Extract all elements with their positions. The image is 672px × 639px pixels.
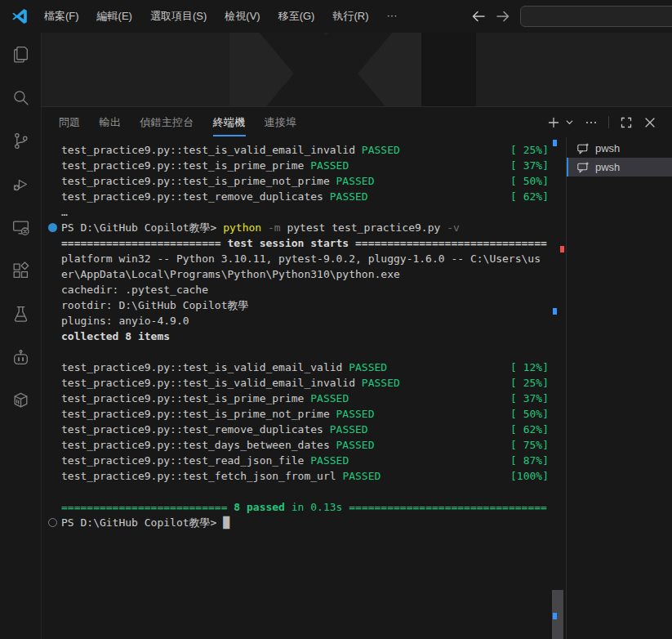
panel-actions [547, 107, 672, 137]
run-debug-icon[interactable] [0, 163, 41, 206]
panel-tab-問題[interactable]: 問題 [59, 107, 81, 137]
terminal-line: test_practice9.py::test_is_prime_not_pri… [61, 173, 549, 189]
menu-bar: 檔案(F)編輯(E)選取項目(S)檢視(V)移至(G)執行(R)··· [35, 6, 406, 27]
menu-item-0[interactable]: 檔案(F) [35, 6, 88, 27]
testing-icon[interactable] [0, 293, 41, 336]
actions-separator [608, 116, 609, 128]
terminal-line: PS D:\GitHub Copilot教學> python -m pytest… [61, 220, 549, 235]
terminal-list-item[interactable]: pwsh [567, 158, 672, 177]
extensions-icon[interactable] [0, 249, 41, 293]
nav-back-icon[interactable] [470, 7, 487, 25]
nav-forward-icon[interactable] [494, 7, 512, 25]
panel-tab-偵錯主控台[interactable]: 偵錯主控台 [140, 107, 194, 137]
overview-mark-blue [553, 140, 557, 146]
panel-tab-終端機[interactable]: 終端機 [213, 107, 246, 137]
terminal-line: test_practice9.py::test_fetch_json_from_… [61, 468, 549, 484]
terminal-line: ========================= test session s… [61, 235, 549, 251]
terminal-line: test_practice9.py::test_remove_duplicate… [61, 422, 549, 437]
containers-icon[interactable] [0, 379, 41, 422]
close-panel-icon[interactable] [643, 116, 656, 129]
menu-item-6[interactable]: ··· [377, 6, 406, 27]
terminal-list-item[interactable]: pwsh [567, 139, 672, 158]
editor-watermark-bar [421, 33, 476, 106]
terminal-line: test_practice9.py::test_read_json_file P… [61, 453, 549, 468]
terminal-list-item-label: pwsh [595, 161, 620, 173]
bottom-panel: 問題輸出偵錯主控台終端機連接埠 test_practice9.py::test_… [42, 107, 672, 639]
editor-area [42, 33, 672, 107]
terminal-chat-icon [576, 161, 590, 174]
menu-item-5[interactable]: 執行(R) [323, 6, 377, 27]
activity-bar [0, 33, 42, 639]
terminal-line [61, 344, 549, 360]
editor-watermark [229, 33, 421, 106]
terminal-line: test_practice9.py::test_is_valid_email_i… [61, 375, 549, 391]
terminal-line: … [61, 204, 549, 220]
vscode-window: 檔案(F)編輯(E)選取項目(S)檢視(V)移至(G)執行(R)··· [0, 0, 672, 639]
terminal-line: test_practice9.py::test_days_between_dat… [61, 437, 549, 453]
terminal-line: test_practice9.py::test_remove_duplicate… [61, 189, 549, 204]
remote-explorer-icon[interactable] [0, 206, 41, 249]
terminal-line: collected 8 items [61, 328, 549, 344]
menu-item-1[interactable]: 編輯(E) [88, 6, 141, 27]
terminal-line: PS D:\GitHub Copilot教學> █ [61, 515, 549, 530]
panel-tab-輸出[interactable]: 輸出 [100, 107, 122, 137]
terminal-line: test_practice9.py::test_is_prime_prime P… [61, 391, 549, 406]
search-icon[interactable] [0, 76, 41, 119]
terminal-line: test_practice9.py::test_is_valid_email_i… [61, 142, 549, 158]
command-center-search[interactable] [520, 6, 672, 27]
terminal-line: ========================== 8 passed in 0… [61, 499, 549, 515]
menu-item-4[interactable]: 移至(G) [269, 6, 324, 27]
panel-tab-bar: 問題輸出偵錯主控台終端機連接埠 [42, 107, 672, 137]
panel-tab-連接埠[interactable]: 連接埠 [265, 107, 297, 137]
overview-mark-blue [553, 308, 557, 315]
command-decoration-icon[interactable] [48, 518, 57, 527]
title-bar: 檔案(F)編輯(E)選取項目(S)檢視(V)移至(G)執行(R)··· [0, 0, 672, 33]
more-actions-icon[interactable] [585, 116, 598, 129]
vscode-logo-icon [11, 7, 29, 25]
terminal-line: er\AppData\Local\Programs\Python\Python3… [61, 266, 549, 282]
launch-profile-chevron-icon[interactable] [565, 118, 574, 127]
terminal-line: test_practice9.py::test_is_prime_not_pri… [61, 406, 549, 422]
overview-mark-blue [553, 613, 557, 619]
new-terminal-icon[interactable] [547, 116, 560, 129]
maximize-panel-icon[interactable] [620, 116, 633, 129]
terminal-output[interactable]: test_practice9.py::test_is_valid_email_i… [42, 137, 566, 639]
terminal-list-item-label: pwsh [595, 142, 620, 154]
terminal-line: rootdir: D:\GitHub Copilot教學 [61, 297, 549, 313]
menu-item-3[interactable]: 檢視(V) [216, 6, 269, 27]
menu-item-2[interactable]: 選取項目(S) [141, 6, 216, 27]
source-control-icon[interactable] [0, 119, 41, 163]
terminal-line: platform win32 -- Python 3.10.11, pytest… [61, 251, 549, 266]
terminal-chat-icon [576, 142, 590, 155]
terminal-list-sidebar: pwsh pwsh [566, 137, 672, 639]
terminal-line: test_practice9.py::test_is_valid_email_v… [61, 360, 549, 375]
explorer-icon[interactable] [0, 33, 41, 76]
chat-robot-icon[interactable] [0, 336, 41, 379]
terminal-line: test_practice9.py::test_is_prime_prime P… [61, 158, 549, 173]
terminal-line: cachedir: .pytest_cache [61, 282, 549, 297]
terminal-line: plugins: anyio-4.9.0 [61, 313, 549, 328]
command-decoration-icon[interactable] [48, 223, 57, 232]
overview-mark-red [560, 246, 564, 252]
terminal-line [61, 484, 549, 499]
